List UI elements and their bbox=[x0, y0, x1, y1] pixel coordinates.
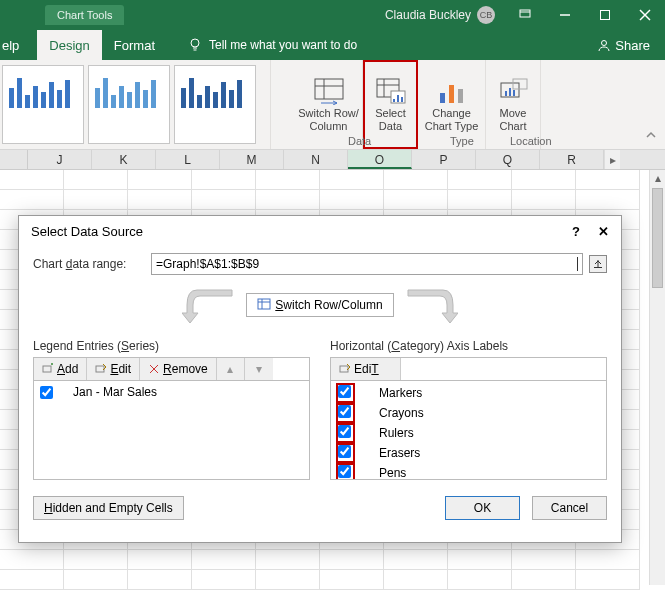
list-item[interactable]: Crayons bbox=[333, 403, 604, 423]
scroll-right-button[interactable]: ▸ bbox=[604, 150, 620, 169]
maximize-button[interactable] bbox=[585, 0, 625, 30]
list-item[interactable]: Jan - Mar Sales bbox=[36, 383, 307, 401]
cell[interactable] bbox=[512, 170, 576, 190]
category-checkbox[interactable] bbox=[338, 465, 351, 478]
ok-button[interactable]: OK bbox=[445, 496, 520, 520]
cell[interactable] bbox=[256, 170, 320, 190]
cell[interactable] bbox=[128, 550, 192, 570]
list-item[interactable]: Erasers bbox=[333, 443, 604, 463]
scroll-up-button[interactable]: ▴ bbox=[650, 170, 665, 186]
column-header-M[interactable]: M bbox=[220, 150, 284, 169]
series-listbox[interactable]: Jan - Mar Sales bbox=[33, 380, 310, 480]
category-checkbox[interactable] bbox=[338, 385, 351, 398]
cell[interactable] bbox=[128, 190, 192, 210]
tab-help[interactable]: elp bbox=[0, 30, 31, 60]
cell[interactable] bbox=[256, 550, 320, 570]
column-header-P[interactable]: P bbox=[412, 150, 476, 169]
cell[interactable] bbox=[576, 570, 640, 590]
remove-series-button[interactable]: Remove bbox=[140, 358, 217, 380]
cell[interactable] bbox=[576, 550, 640, 570]
dialog-titlebar[interactable]: Select Data Source ? ✕ bbox=[19, 216, 621, 247]
cell[interactable] bbox=[576, 190, 640, 210]
category-checkbox[interactable] bbox=[338, 405, 351, 418]
cell[interactable] bbox=[320, 570, 384, 590]
cell[interactable] bbox=[512, 570, 576, 590]
cell[interactable] bbox=[128, 570, 192, 590]
edit-category-button[interactable]: EdiT bbox=[331, 358, 401, 380]
cell[interactable] bbox=[256, 570, 320, 590]
cell[interactable] bbox=[320, 170, 384, 190]
column-header-R[interactable]: R bbox=[540, 150, 604, 169]
close-window-button[interactable] bbox=[625, 0, 665, 30]
cell[interactable] bbox=[320, 190, 384, 210]
hidden-empty-cells-button[interactable]: Hidden and Empty Cells bbox=[33, 496, 184, 520]
avatar[interactable]: CB bbox=[477, 6, 495, 24]
cell[interactable] bbox=[576, 170, 640, 190]
cell[interactable] bbox=[192, 170, 256, 190]
series-checkbox[interactable] bbox=[40, 386, 53, 399]
tab-format[interactable]: Format bbox=[102, 30, 167, 60]
tell-me-input[interactable]: Tell me what you want to do bbox=[187, 37, 357, 53]
cell[interactable] bbox=[512, 190, 576, 210]
cell[interactable] bbox=[64, 190, 128, 210]
chart-style-thumb[interactable] bbox=[2, 65, 84, 144]
category-listbox[interactable]: MarkersCrayonsRulersErasersPens bbox=[330, 380, 607, 480]
cell[interactable] bbox=[64, 170, 128, 190]
ribbon-options-button[interactable] bbox=[505, 0, 545, 30]
column-header-K[interactable]: K bbox=[92, 150, 156, 169]
chart-styles-gallery[interactable] bbox=[0, 60, 266, 149]
switch-row-column-dialog-button[interactable]: Switch Row/Column bbox=[246, 293, 393, 317]
list-item[interactable]: Pens bbox=[333, 463, 604, 480]
select-all-corner[interactable] bbox=[0, 150, 28, 169]
cell[interactable] bbox=[0, 170, 64, 190]
cell[interactable] bbox=[192, 190, 256, 210]
cell[interactable] bbox=[64, 570, 128, 590]
cell[interactable] bbox=[192, 570, 256, 590]
cell[interactable] bbox=[0, 190, 64, 210]
cell[interactable] bbox=[384, 170, 448, 190]
cell[interactable] bbox=[448, 570, 512, 590]
cell[interactable] bbox=[256, 190, 320, 210]
scrollbar-thumb[interactable] bbox=[652, 188, 663, 288]
select-data-button[interactable]: Select Data bbox=[363, 60, 418, 149]
cell[interactable] bbox=[0, 550, 64, 570]
tab-design[interactable]: Design bbox=[37, 30, 101, 60]
column-header-O[interactable]: O bbox=[348, 150, 412, 169]
minimize-button[interactable] bbox=[545, 0, 585, 30]
cell[interactable] bbox=[384, 190, 448, 210]
add-series-button[interactable]: Add bbox=[34, 358, 87, 380]
column-header-Q[interactable]: Q bbox=[476, 150, 540, 169]
dialog-help-button[interactable]: ? bbox=[572, 224, 580, 239]
move-down-button[interactable]: ▾ bbox=[245, 358, 273, 380]
edit-series-button[interactable]: Edit bbox=[87, 358, 140, 380]
column-header-N[interactable]: N bbox=[284, 150, 348, 169]
category-checkbox[interactable] bbox=[338, 425, 351, 438]
column-header-L[interactable]: L bbox=[156, 150, 220, 169]
cell[interactable] bbox=[0, 570, 64, 590]
range-picker-button[interactable] bbox=[589, 255, 607, 273]
cancel-button[interactable]: Cancel bbox=[532, 496, 607, 520]
cell[interactable] bbox=[128, 170, 192, 190]
cell[interactable] bbox=[192, 550, 256, 570]
chart-data-range-input[interactable]: =Graph!$A$1:$B$9 bbox=[151, 253, 583, 275]
cell[interactable] bbox=[448, 550, 512, 570]
cell[interactable] bbox=[64, 550, 128, 570]
column-header-J[interactable]: J bbox=[28, 150, 92, 169]
cell[interactable] bbox=[384, 570, 448, 590]
cell[interactable] bbox=[448, 190, 512, 210]
list-item[interactable]: Rulers bbox=[333, 423, 604, 443]
chart-style-thumb[interactable] bbox=[174, 65, 256, 144]
collapse-ribbon-button[interactable] bbox=[645, 129, 657, 144]
cell[interactable] bbox=[448, 170, 512, 190]
list-item[interactable]: Markers bbox=[333, 383, 604, 403]
dialog-close-button[interactable]: ✕ bbox=[598, 224, 609, 239]
move-up-button[interactable]: ▴ bbox=[217, 358, 245, 380]
category-checkbox[interactable] bbox=[338, 445, 351, 458]
cell[interactable] bbox=[320, 550, 384, 570]
vertical-scrollbar[interactable]: ▴ bbox=[649, 170, 665, 585]
cell[interactable] bbox=[384, 550, 448, 570]
worksheet-area[interactable]: ▴ Select Data Source ? ✕ Chart data rang… bbox=[0, 170, 665, 585]
chart-style-thumb[interactable] bbox=[88, 65, 170, 144]
cell[interactable] bbox=[512, 550, 576, 570]
share-button[interactable]: Share bbox=[597, 38, 650, 53]
